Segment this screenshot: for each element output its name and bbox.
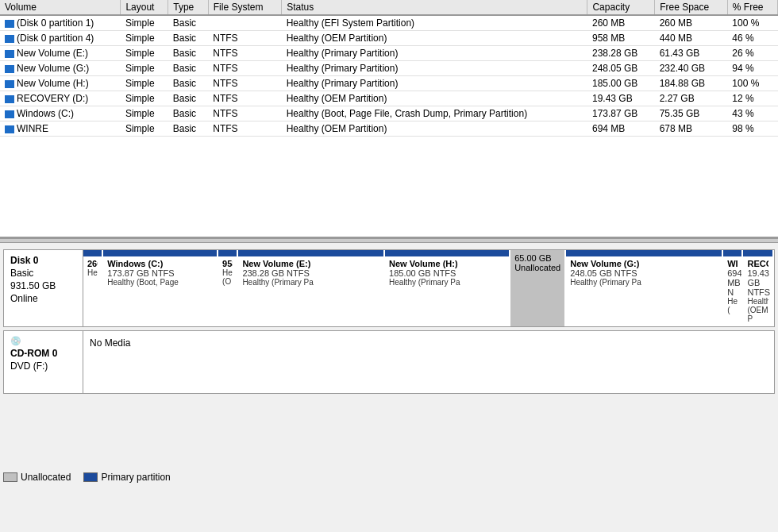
col-freespace[interactable]: Free Space (655, 0, 728, 15)
cell-type: Basic (168, 31, 208, 46)
cdrom-content: No Media (83, 331, 774, 393)
cdrom-dvd: DVD (F:) (10, 360, 76, 372)
partition-bar (566, 250, 722, 256)
table-row[interactable]: Windows (C:) Simple Basic NTFS Healthy (… (0, 106, 778, 121)
cell-free: 260 MB (655, 15, 728, 31)
cell-pct: 46 % (727, 31, 777, 46)
partition-status: Healthy (OEM P (747, 297, 768, 323)
cell-status: Healthy (Primary Partition) (282, 46, 587, 61)
partition-name: RECOVERY (D:) (747, 259, 768, 268)
disk0-type: Basic (10, 268, 76, 279)
legend-unalloc-box (3, 472, 17, 482)
partition-bar (218, 250, 237, 256)
cell-layout: Simple (121, 121, 168, 137)
partition-size: 19.43 GB NTFS (747, 268, 768, 297)
partition-unallocated[interactable]: 65.00 GB Unallocated (510, 250, 566, 326)
cell-capacity: 185.00 GB (587, 76, 655, 91)
cell-capacity: 19.43 GB (587, 91, 655, 106)
cell-volume: RECOVERY (D:) (0, 91, 121, 106)
partition-name: New Volume (G:) (570, 259, 718, 268)
cell-free: 75.35 GB (655, 106, 728, 121)
cell-free: 61.43 GB (655, 46, 728, 61)
table-row[interactable]: RECOVERY (D:) Simple Basic NTFS Healthy … (0, 91, 778, 106)
table-row[interactable]: New Volume (H:) Simple Basic NTFS Health… (0, 76, 778, 91)
partition-bar (743, 250, 772, 256)
partition-bar (83, 250, 102, 256)
cell-layout: Simple (121, 15, 168, 31)
disk-map-panel: Disk 0 Basic 931.50 GB Online 260 MBHeal… (0, 243, 778, 489)
partition-name: WINRE (727, 259, 738, 268)
partition-block[interactable]: 958 MB NHealthy (O (218, 250, 238, 326)
partition-block[interactable]: 260 MBHealthy (83, 250, 103, 326)
cell-pct: 26 % (727, 46, 777, 61)
cell-status: Healthy (OEM Partition) (282, 91, 587, 106)
cell-pct: 43 % (727, 106, 777, 121)
partition-name: Windows (C:) (107, 259, 213, 268)
volume-table: Volume Layout Type File System Status Ca… (0, 0, 778, 137)
partition-status: Healthy (Primary Pa (242, 278, 379, 287)
disk0-status: Online (10, 293, 76, 304)
partition-name: New Volume (H:) (389, 259, 505, 268)
cell-fs: NTFS (208, 61, 281, 76)
partition-bar (103, 250, 217, 256)
cell-type: Basic (168, 76, 208, 91)
cell-layout: Simple (121, 76, 168, 91)
partition-block[interactable]: New Volume (G:)248.05 GB NTFSHealthy (Pr… (566, 250, 723, 326)
cell-pct: 94 % (727, 61, 777, 76)
cell-type: Basic (168, 121, 208, 137)
cell-type: Basic (168, 91, 208, 106)
partition-status: Unallocated (514, 263, 560, 272)
partition-size: 238.28 GB NTFS (242, 268, 379, 278)
col-filesystem[interactable]: File System (208, 0, 281, 15)
partition-size: 694 MB N (727, 268, 738, 297)
partition-status: Healthy (87, 268, 98, 277)
col-status[interactable]: Status (282, 0, 587, 15)
cdrom-status: No Media (90, 337, 130, 349)
partition-status: Healthy ( (727, 297, 738, 314)
cell-free: 184.88 GB (655, 76, 728, 91)
cell-free: 678 MB (655, 121, 728, 137)
disk0-partitions: 260 MBHealthyWindows (C:)173.87 GB NTFSH… (83, 250, 774, 326)
cell-fs: NTFS (208, 46, 281, 61)
cell-type: Basic (168, 61, 208, 76)
partition-block[interactable]: RECOVERY (D:)19.43 GB NTFSHealthy (OEM P (743, 250, 774, 326)
cell-layout: Simple (121, 61, 168, 76)
cell-type: Basic (168, 106, 208, 121)
cell-volume: New Volume (E:) (0, 46, 121, 61)
col-layout[interactable]: Layout (121, 0, 168, 15)
partition-status: Healthy (Primary Pa (389, 278, 505, 287)
partition-name: New Volume (E:) (242, 259, 379, 268)
partition-block[interactable]: WINRE694 MB NHealthy ( (723, 250, 743, 326)
cell-volume: (Disk 0 partition 4) (0, 31, 121, 46)
table-row[interactable]: WINRE Simple Basic NTFS Healthy (OEM Par… (0, 121, 778, 137)
cdrom-label: 💿 CD-ROM 0 DVD (F:) (4, 331, 83, 393)
cdrom-name: CD-ROM 0 (10, 348, 76, 359)
legend: Unallocated Primary partition (3, 472, 171, 483)
cell-status: Healthy (EFI System Partition) (282, 15, 587, 31)
cell-capacity: 958 MB (587, 31, 655, 46)
col-capacity[interactable]: Capacity (587, 0, 655, 15)
table-row[interactable]: New Volume (E:) Simple Basic NTFS Health… (0, 46, 778, 61)
col-pct[interactable]: % Free (727, 0, 777, 15)
partition-block[interactable]: Windows (C:)173.87 GB NTFSHealthy (Boot,… (103, 250, 218, 326)
disk0-size: 931.50 GB (10, 280, 76, 291)
table-row[interactable]: New Volume (G:) Simple Basic NTFS Health… (0, 61, 778, 76)
cell-status: Healthy (OEM Partition) (282, 121, 587, 137)
legend-primary-box (83, 472, 98, 482)
cell-fs: NTFS (208, 31, 281, 46)
col-type[interactable]: Type (168, 0, 208, 15)
disk0-label: Disk 0 Basic 931.50 GB Online (4, 250, 83, 326)
cell-volume: New Volume (G:) (0, 61, 121, 76)
partition-status: Healthy (O (222, 268, 233, 286)
table-row[interactable]: (Disk 0 partition 4) Simple Basic NTFS H… (0, 31, 778, 46)
col-volume[interactable]: Volume (0, 0, 121, 15)
partition-block[interactable]: New Volume (E:)238.28 GB NTFSHealthy (Pr… (238, 250, 385, 326)
cell-status: Healthy (Boot, Page File, Crash Dump, Pr… (282, 106, 587, 121)
partition-block[interactable]: New Volume (H:)185.00 GB NTFSHealthy (Pr… (385, 250, 510, 326)
cell-pct: 12 % (727, 91, 777, 106)
volume-list-panel: Volume Layout Type File System Status Ca… (0, 0, 778, 238)
cell-volume: (Disk 0 partition 1) (0, 15, 121, 31)
table-row[interactable]: (Disk 0 partition 1) Simple Basic Health… (0, 15, 778, 31)
cell-volume: New Volume (H:) (0, 76, 121, 91)
disk0-row: Disk 0 Basic 931.50 GB Online 260 MBHeal… (3, 249, 775, 327)
